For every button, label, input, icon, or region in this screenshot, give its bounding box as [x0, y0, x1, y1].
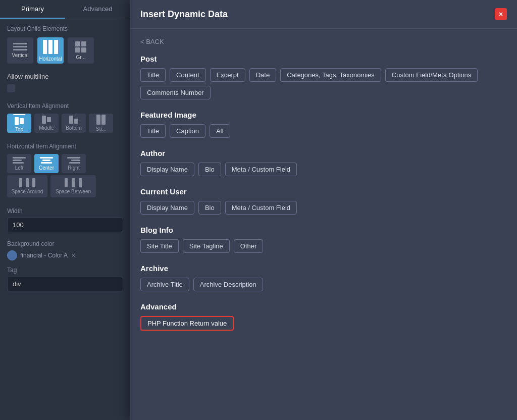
h-align-left-label: Left [15, 165, 24, 171]
tag-post-title[interactable]: Title [140, 68, 166, 82]
background-color-label: Background color [7, 240, 123, 247]
tag-fi-title[interactable]: Title [140, 124, 166, 138]
align-middle[interactable]: Middle [34, 114, 59, 133]
tag-bi-other[interactable]: Other [234, 239, 264, 253]
vertical-alignment-options: Top Middle [7, 114, 123, 133]
h-align-right[interactable]: Right [62, 154, 86, 173]
modal-close-button[interactable]: × [495, 8, 507, 20]
tag-post-date[interactable]: Date [249, 68, 276, 82]
color-name-label: financial - Color A [20, 252, 68, 259]
layout-section: Layout Child Elements Vertical Horizonta… [0, 19, 130, 73]
layout-horizontal[interactable]: Horizontal [37, 37, 64, 64]
horizontal-alignment-title: Horizontal Item Alignment [7, 143, 123, 150]
vertical-alignment-title: Vertical Item Alignment [7, 102, 123, 110]
layout-vertical[interactable]: Vertical [7, 37, 33, 64]
tag-author-display-name[interactable]: Display Name [140, 163, 194, 176]
section-archive-tags: Archive Title Archive Description [140, 278, 507, 291]
section-author-title: Author [140, 149, 507, 158]
tag-post-comments-number[interactable]: Comments Number [140, 86, 211, 99]
align-middle-icon [42, 116, 51, 124]
h-align-center[interactable]: Center [34, 154, 59, 173]
align-top[interactable]: Top [7, 114, 31, 133]
align-middle-label: Middle [39, 125, 54, 131]
layout-icons-row: Vertical Horizontal Gr... [7, 37, 123, 64]
tag-post-custom-field[interactable]: Custom Field/Meta Options [385, 68, 478, 82]
left-panel: Primary Advanced Layout Child Elements V… [0, 0, 130, 420]
layout-grid[interactable]: Gr... [68, 37, 94, 64]
h-align-row2: Space Around Space Between [7, 175, 123, 197]
back-link[interactable]: < BACK [140, 38, 164, 45]
width-label: Width [7, 207, 123, 215]
tag-bi-site-title[interactable]: Site Title [140, 239, 179, 253]
tabs-row: Primary Advanced [0, 0, 130, 19]
background-color-row: Background color financial - Color A × [0, 236, 130, 265]
tag-bi-site-tagline[interactable]: Site Tagline [183, 239, 230, 253]
multiline-checkbox[interactable] [7, 84, 15, 92]
section-archive: Archive Archive Title Archive Descriptio… [140, 264, 507, 291]
tag-input[interactable] [7, 277, 123, 291]
section-advanced-tags: PHP Function Return value [140, 316, 507, 331]
modal-title: Insert Dynamic Data [140, 9, 228, 20]
section-featured-image-title: Featured Image [140, 111, 507, 119]
tag-label: Tag [7, 267, 123, 274]
tag-php-function[interactable]: PHP Function Return value [140, 316, 234, 331]
align-top-label: Top [15, 127, 23, 132]
tag-cu-meta[interactable]: Meta / Custom Field [225, 201, 297, 215]
tab-advanced[interactable]: Advanced [65, 0, 130, 19]
h-align-space-around[interactable]: Space Around [7, 175, 47, 197]
align-top-icon [13, 114, 25, 125]
section-post-tags: Title Content Excerpt Date Categories, T… [140, 68, 507, 99]
tag-post-excerpt[interactable]: Excerpt [210, 68, 245, 82]
layout-section-label: Layout Child Elements [7, 25, 123, 32]
h-align-center-label: Center [39, 165, 54, 171]
section-current-user-title: Current User [140, 187, 507, 196]
vertical-alignment-section: Vertical Item Alignment Top [0, 98, 130, 139]
align-bottom[interactable]: Bottom [62, 114, 86, 133]
section-archive-title: Archive [140, 264, 507, 273]
align-bottom-icon [69, 116, 78, 124]
section-featured-image: Featured Image Title Caption Alt [140, 111, 507, 138]
section-featured-image-tags: Title Caption Alt [140, 124, 507, 138]
tag-post-categories[interactable]: Categories, Tags, Taxonomies [280, 68, 381, 82]
section-advanced-title: Advanced [140, 302, 507, 311]
h-align-row1: Left Center Right [7, 154, 123, 173]
tab-primary[interactable]: Primary [0, 0, 65, 19]
tag-post-content[interactable]: Content [170, 68, 206, 82]
h-align-space-between[interactable]: Space Between [50, 175, 96, 197]
color-remove-button[interactable]: × [72, 252, 75, 259]
layout-vertical-label: Vertical [12, 52, 29, 58]
tag-fi-caption[interactable]: Caption [170, 124, 205, 138]
modal-header: Insert Dynamic Data × [130, 0, 517, 29]
section-current-user: Current User Display Name Bio Meta / Cus… [140, 187, 507, 215]
tag-author-meta[interactable]: Meta / Custom Field [225, 163, 297, 176]
h-align-right-label: Right [68, 165, 79, 171]
section-post: Post Title Content Excerpt Date Categori… [140, 55, 507, 99]
tag-cu-bio[interactable]: Bio [198, 201, 221, 215]
tag-fi-alt[interactable]: Alt [210, 124, 230, 138]
tag-archive-description[interactable]: Archive Description [193, 278, 263, 291]
section-author: Author Display Name Bio Meta / Custom Fi… [140, 149, 507, 176]
h-align-space-around-label: Space Around [12, 189, 43, 194]
multiline-section: Allow multiline [0, 73, 130, 98]
width-input[interactable] [7, 218, 123, 232]
color-swatch-row: financial - Color A × [7, 250, 123, 260]
multiline-label: Allow multiline [7, 73, 48, 80]
horizontal-icon [43, 40, 58, 54]
tag-field-row: Tag [0, 265, 130, 293]
tag-archive-title[interactable]: Archive Title [140, 278, 189, 291]
tag-author-bio[interactable]: Bio [198, 163, 221, 176]
section-author-tags: Display Name Bio Meta / Custom Field [140, 163, 507, 176]
h-align-left[interactable]: Left [7, 154, 31, 173]
align-stretch[interactable]: Str... [89, 114, 113, 133]
layout-horizontal-label: Horizontal [39, 56, 62, 62]
align-bottom-label: Bottom [66, 125, 82, 131]
vertical-icon [13, 43, 27, 50]
section-advanced: Advanced PHP Function Return value [140, 302, 507, 331]
section-current-user-tags: Display Name Bio Meta / Custom Field [140, 201, 507, 215]
horizontal-alignment-section: Horizontal Item Alignment Left Center [0, 139, 130, 203]
section-blog-info: Blog Info Site Title Site Tagline Other [140, 226, 507, 253]
grid-icon [75, 41, 86, 52]
tag-cu-display-name[interactable]: Display Name [140, 201, 194, 215]
modal-panel: Insert Dynamic Data × < BACK Post Title … [130, 0, 517, 420]
color-swatch[interactable] [7, 250, 17, 260]
